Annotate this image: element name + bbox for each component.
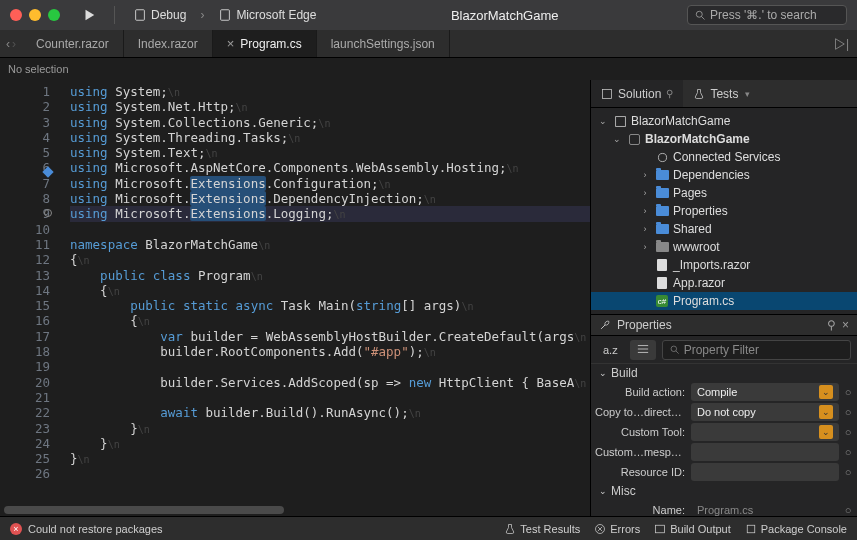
line-gutter[interactable]: 1234567891011121314151617181920212223242…	[0, 80, 58, 506]
expand-icon[interactable]: ›	[639, 242, 651, 252]
maximize-window-button[interactable]	[48, 9, 60, 21]
tree-item-program-cs[interactable]: c#Program.cs	[591, 292, 857, 310]
prop-row: Resource ID:○	[591, 462, 857, 482]
prop-value[interactable]: Do not copy⌄	[691, 403, 839, 421]
minimize-window-button[interactable]	[29, 9, 41, 21]
close-icon[interactable]: ×	[842, 318, 849, 332]
prop-value[interactable]	[691, 463, 839, 481]
expand-icon[interactable]: ›	[639, 206, 651, 216]
prop-group-misc[interactable]: ⌄ Misc	[591, 482, 857, 500]
titlebar: Debug › Microsoft Edge BlazorMatchGame P…	[0, 0, 857, 30]
prop-value[interactable]: Compile⌄	[691, 383, 839, 401]
expand-icon[interactable]: ›	[639, 170, 651, 180]
breadcrumb[interactable]: No selection	[0, 58, 857, 80]
prop-label: Custom Tool:	[595, 426, 691, 438]
tree-label: BlazorMatchGame	[631, 114, 730, 128]
tree-item-app-razor[interactable]: App.razor	[591, 274, 857, 292]
expand-icon[interactable]: ›	[639, 188, 651, 198]
browser-label: Microsoft Edge	[236, 8, 316, 22]
device-icon	[218, 8, 232, 22]
device-icon	[133, 8, 147, 22]
tree-item-pages[interactable]: ›Pages	[591, 184, 857, 202]
prop-marker[interactable]: ○	[843, 446, 853, 458]
dropdown-icon[interactable]: ⌄	[819, 405, 833, 419]
tree-item-connected-services[interactable]: Connected Services	[591, 148, 857, 166]
status-error-message[interactable]: Could not restore packages	[28, 523, 163, 535]
global-search[interactable]: Press '⌘.' to search	[687, 5, 847, 25]
tab-tests[interactable]: Tests ▾	[683, 80, 760, 107]
prop-value[interactable]	[691, 443, 839, 461]
close-icon[interactable]: ×	[227, 36, 235, 51]
tree-item-shared[interactable]: ›Shared	[591, 220, 857, 238]
debug-config-select[interactable]: Debug	[127, 6, 192, 24]
service-icon	[656, 151, 669, 164]
expand-icon[interactable]: ⌄	[597, 116, 609, 126]
prop-value[interactable]: ⌄	[691, 423, 839, 441]
debug-label: Debug	[151, 8, 186, 22]
code-editor[interactable]: 1234567891011121314151617181920212223242…	[0, 80, 590, 506]
tests-icon	[693, 88, 705, 100]
error-icon: ×	[10, 523, 22, 535]
svg-rect-9	[747, 525, 755, 533]
run-to-cursor-icon[interactable]: |	[824, 30, 857, 57]
categorize-button[interactable]	[630, 340, 656, 360]
folder-icon	[656, 242, 669, 252]
prop-label: Name:	[595, 504, 691, 516]
tree-solution-root[interactable]: ⌄BlazorMatchGame	[591, 112, 857, 130]
status-test-results[interactable]: Test Results	[504, 523, 580, 535]
prop-row: Build action:Compile⌄○	[591, 382, 857, 402]
search-placeholder: Press '⌘.' to search	[710, 8, 817, 22]
prop-marker[interactable]: ○	[843, 406, 853, 418]
tab-program-cs[interactable]: ×Program.cs	[213, 30, 317, 57]
run-button[interactable]	[76, 6, 102, 24]
prop-group-build[interactable]: ⌄ Build	[591, 364, 857, 382]
dropdown-icon[interactable]: ⌄	[819, 385, 833, 399]
close-window-button[interactable]	[10, 9, 22, 21]
tree-item-_imports-razor[interactable]: _Imports.razor	[591, 256, 857, 274]
folder-icon	[656, 206, 669, 216]
tree-item-wwwroot[interactable]: ›wwwroot	[591, 238, 857, 256]
pin-icon[interactable]: ⚲	[827, 318, 836, 332]
tree-item-properties[interactable]: ›Properties	[591, 202, 857, 220]
tab-launchsettings-json[interactable]: launchSettings.json	[317, 30, 450, 57]
svg-point-6	[671, 346, 677, 352]
dropdown-icon[interactable]: ⌄	[819, 425, 833, 439]
tab-index-razor[interactable]: Index.razor	[124, 30, 213, 57]
cs-file-icon: c#	[656, 295, 668, 307]
tree-label: App.razor	[673, 276, 725, 290]
prop-label: Copy to…directory:	[595, 406, 691, 418]
tab-counter-razor[interactable]: Counter.razor	[22, 30, 124, 57]
tree-label: _Imports.razor	[673, 258, 750, 272]
expand-icon[interactable]: ⌄	[611, 134, 623, 144]
nav-forward-button[interactable]: ›	[12, 37, 16, 51]
property-filter-input[interactable]: Property Filter	[662, 340, 851, 360]
horizontal-scrollbar[interactable]	[0, 506, 590, 516]
nav-back-button[interactable]: ‹	[6, 37, 10, 51]
prop-marker[interactable]: ○	[843, 426, 853, 438]
svg-rect-8	[656, 525, 665, 533]
tree-project[interactable]: ⌄BlazorMatchGame	[591, 130, 857, 148]
tab-solution[interactable]: Solution ⚲	[591, 80, 683, 107]
prop-value[interactable]: Program.cs	[691, 501, 839, 516]
folder-icon	[656, 188, 669, 198]
tree-item-dependencies[interactable]: ›Dependencies	[591, 166, 857, 184]
package-icon	[745, 523, 757, 535]
tree-label: Properties	[673, 204, 728, 218]
prop-label: Build action:	[595, 386, 691, 398]
prop-marker[interactable]: ○	[843, 386, 853, 398]
prop-marker[interactable]: ○	[843, 504, 853, 516]
browser-target-select[interactable]: Microsoft Edge	[212, 6, 322, 24]
properties-header: Properties ⚲ ×	[591, 314, 857, 336]
expand-icon[interactable]: ›	[639, 224, 651, 234]
sort-alpha-button[interactable]: a.z	[597, 341, 624, 359]
status-build-output[interactable]: Build Output	[654, 523, 731, 535]
prop-marker[interactable]: ○	[843, 466, 853, 478]
pin-icon[interactable]: ⚲	[666, 88, 673, 99]
status-errors[interactable]: Errors	[594, 523, 640, 535]
svg-point-2	[696, 11, 702, 17]
tab-label: Index.razor	[138, 37, 198, 51]
tree-label: wwwroot	[673, 240, 720, 254]
tree-label: Pages	[673, 186, 707, 200]
solution-tree[interactable]: ⌄BlazorMatchGame⌄BlazorMatchGameConnecte…	[591, 108, 857, 314]
status-package-console[interactable]: Package Console	[745, 523, 847, 535]
